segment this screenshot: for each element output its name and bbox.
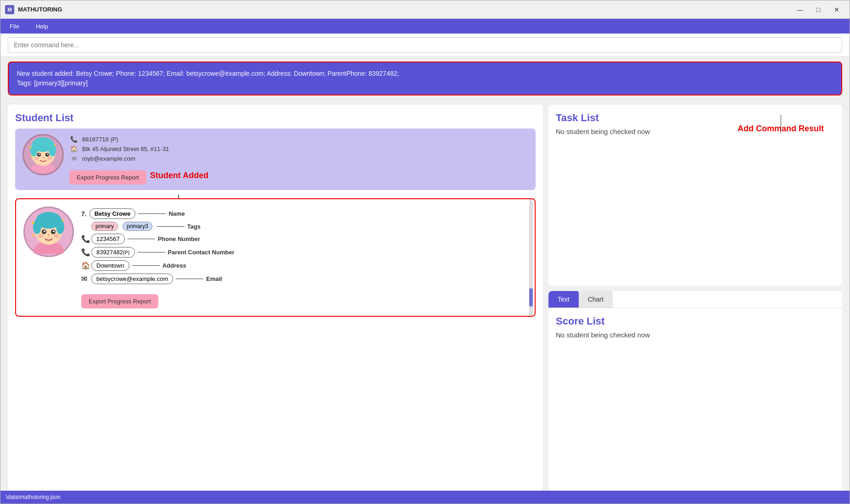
email-icon: ✉ [69,155,78,162]
name-line [138,213,166,214]
close-button[interactable]: ✕ [828,3,845,16]
student-list-panel: Student List [8,105,543,491]
svg-point-8 [47,154,49,155]
svg-point-9 [42,157,44,158]
address-line [132,265,160,266]
window-controls: — □ ✕ [792,3,845,16]
tag-primary: primary [91,222,118,231]
menu-file[interactable]: File [6,21,23,32]
app-title: MATHUTORING [18,6,62,13]
new-export-container: Export Progress Report [81,291,527,308]
phone-icon: 📞 [69,136,78,143]
prev-export-btn[interactable]: Export Progress Report [69,170,146,185]
email-line [176,279,203,279]
prev-address: Blk 45 Aljunied Street 85, #11-31 [82,146,169,152]
score-content: Score List No student being checked now [548,308,842,346]
svg-point-10 [34,157,39,160]
prev-phone: 88187718 (P) [82,136,118,143]
task-panel: Task List No student being checked now A… [548,105,842,286]
svg-text:✦: ✦ [30,155,34,159]
annotation-v-line [781,115,781,133]
scroll-bar[interactable] [529,199,533,316]
main-content: Student List [0,100,850,491]
scroll-thumb [529,288,533,307]
svg-text:✦: ✦ [32,233,35,238]
prev-student-avatar: ✦ ✦ ✦ [22,134,64,175]
prev-student-card: ✦ ✦ ✦ 📞 88187718 (P) [15,129,536,190]
address-annotation-row: 🏠 Downtown Address [81,260,527,271]
prev-email: royb@example.com [82,155,135,162]
notification-banner: New student added: Betsy Crowe; Phone: 1… [8,62,842,95]
status-bar: \data\mathutoring.json [0,491,850,504]
name-annotation: Name [168,210,185,217]
phone-annotation-row: 📞 1234567 Phone Number [81,234,527,244]
app-window: M MATHUTORING — □ ✕ File Help New studen… [0,0,850,504]
score-empty-text: No student being checked now [556,331,835,339]
svg-point-7 [39,154,40,155]
add-command-container: Add Command Result [738,114,824,134]
name-annotation-row: 7. Betsy Crowe Name [81,208,527,219]
svg-text:✦: ✦ [61,218,65,223]
student-added-label: Student Added [150,171,208,180]
student-list-title: Student List [15,112,536,124]
new-student-avatar: ✦ ✦ ✦ [23,207,74,257]
student-parent-phone: 83927482(P) [91,247,135,258]
parent-annotation-row: 📞 83927482(P) Parent Contact Number [81,247,527,258]
parent-annotation: Parent Contact Number [168,249,235,256]
svg-point-24 [47,234,50,236]
phone-annotation: Phone Number [158,235,200,242]
phone-line [128,239,155,239]
menu-bar: File Help [0,19,850,34]
score-panel: Text Chart Score List No student being c… [548,291,842,491]
tags-annotation-row: primary primary3 Tags [81,222,527,231]
email-annotation-row: ✉ betsycrowe@example.com Email [81,274,527,284]
score-list-title: Score List [556,315,835,327]
notification-text: New student added: Betsy Crowe; Phone: 1… [17,70,399,87]
tag-primary3: primary3 [123,222,152,231]
prev-card-top: ✦ ✦ ✦ 📞 88187718 (P) [22,134,528,185]
student-phone: 1234567 [91,234,125,244]
new-student-card: ✦ ✦ ✦ 7. Betsy Crowe Name pri [15,198,536,317]
prev-avatar-svg: ✦ ✦ ✦ [25,136,62,173]
tags-annotation: Tags [187,223,201,230]
new-avatar-svg: ✦ ✦ ✦ [27,210,71,254]
title-bar: M MATHUTORING — □ ✕ [0,0,850,19]
maximize-button[interactable]: □ [810,3,827,16]
prev-phone-row: 📞 88187718 (P) [69,136,528,143]
svg-point-11 [47,157,52,160]
svg-text:✦: ✦ [31,220,35,226]
student-number: 7. [81,210,87,218]
prev-email-row: ✉ royb@example.com [69,155,528,162]
tab-text[interactable]: Text [548,291,579,308]
svg-point-26 [54,234,59,238]
prev-student-info: 📞 88187718 (P) 🏠 Blk 45 Aljunied Street … [69,134,528,162]
tab-chart[interactable]: Chart [579,291,613,308]
address-icon: 🏠 [69,146,78,152]
right-panel: Task List No student being checked now A… [548,105,842,491]
new-export-btn[interactable]: Export Progress Report [81,294,158,308]
svg-text:✦: ✦ [53,143,56,147]
new-student-details: 7. Betsy Crowe Name primary primary3 Tag… [81,207,527,308]
command-bar [0,34,850,57]
email-annotation: Email [206,275,222,282]
minimize-button[interactable]: — [792,3,808,16]
command-input[interactable] [8,37,842,53]
parent-line [138,252,165,252]
title-bar-left: M MATHUTORING [5,5,62,14]
prev-card-info: 📞 88187718 (P) 🏠 Blk 45 Aljunied Street … [69,134,528,185]
student-email: betsycrowe@example.com [91,274,173,284]
svg-text:✦: ✦ [28,145,32,150]
student-name: Betsy Crowe [89,208,136,219]
student-address: Downtown [91,260,129,271]
status-path: \data\mathutoring.json [6,494,61,500]
svg-point-22 [44,230,45,232]
svg-point-25 [38,234,44,238]
tags-line [157,226,185,227]
menu-help[interactable]: Help [32,21,52,32]
score-tabs: Text Chart [548,291,842,308]
svg-point-23 [53,230,55,232]
address-annotation: Address [162,262,186,269]
app-icon: M [5,5,14,14]
prev-address-row: 🏠 Blk 45 Aljunied Street 85, #11-31 [69,146,528,152]
